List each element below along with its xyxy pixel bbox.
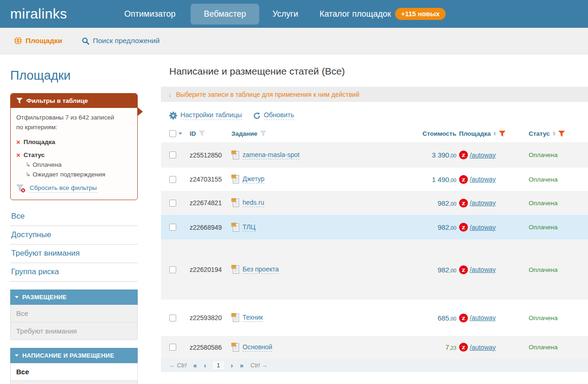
status-badge: Оплачена — [529, 200, 588, 207]
site-link[interactable]: /autoway — [470, 151, 496, 159]
site-link[interactable]: /autoway — [470, 199, 496, 207]
nav-item-services[interactable]: Услуги — [273, 9, 298, 19]
subnav-item-sites[interactable]: Площадки — [14, 37, 62, 45]
row-checkbox[interactable] — [169, 224, 176, 231]
row-checkbox[interactable] — [169, 266, 176, 273]
sub-nav: Площадки Поиск предложений — [0, 28, 588, 54]
miralinks-logo[interactable]: miralinks — [10, 6, 76, 22]
row-id: z22668949 — [190, 224, 231, 231]
document-icon — [231, 313, 239, 322]
sidebar-item-risk-group[interactable]: Группа риска — [10, 263, 138, 282]
section-placement-item-all[interactable]: Все — [10, 305, 138, 322]
autoway-site-icon: z — [459, 343, 468, 352]
task-link[interactable]: heds.ru — [243, 199, 264, 207]
table-row: z22593820 Техник 685,00 z /autoway Оплач… — [161, 300, 588, 336]
table-row-selected: z22668949 ТЛЦ 982,00 z /autoway Оплачена — [161, 215, 588, 239]
row-checkbox[interactable] — [169, 151, 176, 158]
row-checkbox[interactable] — [169, 344, 176, 351]
section-writing-placement-header[interactable]: НАПИСАНИЕ И РАЗМЕЩЕНИЕ — [10, 348, 138, 363]
nav-item-webmaster-active[interactable]: Вебмастер — [191, 4, 259, 25]
site-link[interactable]: /autoway — [470, 224, 496, 231]
pagination-ctrl-left-hint: ← Ctrl — [169, 362, 186, 369]
section-writing-item-attention[interactable]: Требуют внимания — [10, 381, 138, 384]
sidebar-item-all[interactable]: Все — [10, 208, 138, 226]
filter-criterion-site: × Площадка — [16, 138, 132, 145]
column-header-task[interactable]: Задание — [231, 130, 394, 137]
main-content: Написание и размещение статей (Все) ↓ Вы… — [161, 54, 588, 384]
filter-criterion-status: × Статус — [16, 151, 132, 158]
pagination-prev-button[interactable]: ‹ — [204, 362, 206, 369]
pagination-next-button[interactable]: › — [231, 362, 233, 369]
autoway-site-icon: z — [459, 151, 468, 159]
clear-all-filters-button[interactable]: Сбросить все фильтры — [16, 184, 132, 193]
task-link[interactable]: Техник — [243, 314, 263, 322]
document-icon — [231, 198, 239, 208]
filter-funnel-icon-inactive[interactable] — [199, 131, 205, 136]
task-link[interactable]: zamena-masla-spot — [243, 151, 300, 159]
filter-criterion-status-value: ↳Ожидает подтверждения — [26, 170, 132, 178]
chevron-down-icon — [15, 296, 19, 298]
table-row: z22620194 Без проекта 982,00 z /autoway … — [161, 239, 588, 300]
refresh-icon — [253, 112, 261, 120]
subnav-item-search[interactable]: Поиск предложений — [82, 37, 160, 45]
subnav-search-label: Поиск предложений — [93, 37, 160, 45]
task-link[interactable]: Основной — [243, 343, 272, 352]
autoway-site-icon: z — [459, 265, 468, 274]
filter-funnel-icon — [16, 98, 23, 104]
row-checkbox[interactable] — [169, 315, 176, 321]
filter-funnel-icon-active[interactable] — [499, 131, 505, 137]
filter-funnel-icon-inactive[interactable] — [260, 131, 266, 136]
task-link[interactable]: ТЛЦ — [243, 223, 256, 232]
filter-funnel-icon-active[interactable] — [558, 131, 565, 137]
refresh-button[interactable]: Обновить — [253, 111, 294, 120]
sidebar-item-need-attention[interactable]: Требуют внимания — [10, 245, 138, 263]
status-badge: Оплачена — [529, 176, 588, 183]
filters-panel-header[interactable]: Фильтры в таблице — [11, 94, 137, 108]
pagination-last-button[interactable]: » — [240, 362, 243, 369]
column-header-site[interactable]: Площадка — [459, 130, 529, 137]
column-header-status[interactable]: Статус — [529, 130, 588, 137]
site-link[interactable]: /autoway — [470, 314, 496, 321]
site-link[interactable]: /autoway — [470, 266, 496, 273]
row-id: z22674821 — [190, 199, 231, 207]
column-header-id[interactable]: ID — [190, 130, 231, 137]
pagination-current-page[interactable]: 1 — [213, 361, 224, 369]
sidebar-title: Площадки — [10, 69, 161, 83]
remove-filter-icon[interactable]: × — [16, 151, 20, 158]
row-checkbox[interactable] — [169, 200, 176, 207]
select-all-checkbox[interactable] — [169, 130, 176, 137]
remove-filter-icon[interactable]: × — [16, 138, 20, 145]
section-writing-item-all-active[interactable]: Все — [10, 363, 138, 381]
task-link[interactable]: Джетур — [243, 175, 264, 183]
section-placement-item-attention[interactable]: Требуют внимания — [10, 322, 138, 340]
section-placement: РАЗМЕЩЕНИЕ Все Требуют внимания — [10, 290, 138, 340]
nav-item-optimizer[interactable]: Оптимизатор — [124, 9, 175, 19]
nav-item-catalog[interactable]: Каталог площадок — [320, 9, 391, 19]
select-records-hint-banner: ↓ Выберите записи в таблице для применен… — [161, 87, 588, 102]
site-link[interactable]: /autoway — [470, 344, 496, 351]
status-badge: Оплачена — [529, 344, 588, 351]
section-placement-header[interactable]: РАЗМЕЩЕНИЕ — [10, 290, 138, 305]
autoway-site-icon: z — [459, 175, 468, 184]
section-writing-placement: НАПИСАНИЕ И РАЗМЕЩЕНИЕ Все Требуют внима… — [10, 348, 138, 384]
status-badge: Оплачена — [529, 266, 588, 273]
table-header-row: ID Задание Стоимость Площадка — [161, 125, 588, 142]
pagination-first-button[interactable]: « — [193, 362, 197, 369]
select-dropdown-caret-icon[interactable] — [179, 132, 182, 135]
row-checkbox[interactable] — [169, 176, 176, 183]
sort-arrows-icon[interactable] — [553, 132, 556, 136]
table-settings-button[interactable]: Настройки таблицы — [169, 111, 242, 120]
sidebar-item-available[interactable]: Доступные — [10, 226, 138, 245]
site-link[interactable]: /autoway — [470, 176, 496, 183]
table-row: z24703155 Джетур 1 490,00 z /autoway Опл… — [161, 168, 588, 191]
row-id: z22620194 — [190, 266, 231, 273]
new-sites-badge[interactable]: +115 новых — [395, 8, 446, 20]
column-header-price[interactable]: Стоимость — [394, 130, 459, 137]
autoway-site-icon: z — [459, 314, 468, 322]
row-id: z25512850 — [190, 151, 231, 159]
row-id: z22580586 — [190, 344, 231, 351]
sort-arrows-icon[interactable] — [493, 132, 496, 136]
table-toolbar: Настройки таблицы Обновить — [169, 111, 588, 120]
sub-arrow-icon: ↳ — [26, 161, 31, 168]
task-link[interactable]: Без проекта — [243, 265, 279, 274]
